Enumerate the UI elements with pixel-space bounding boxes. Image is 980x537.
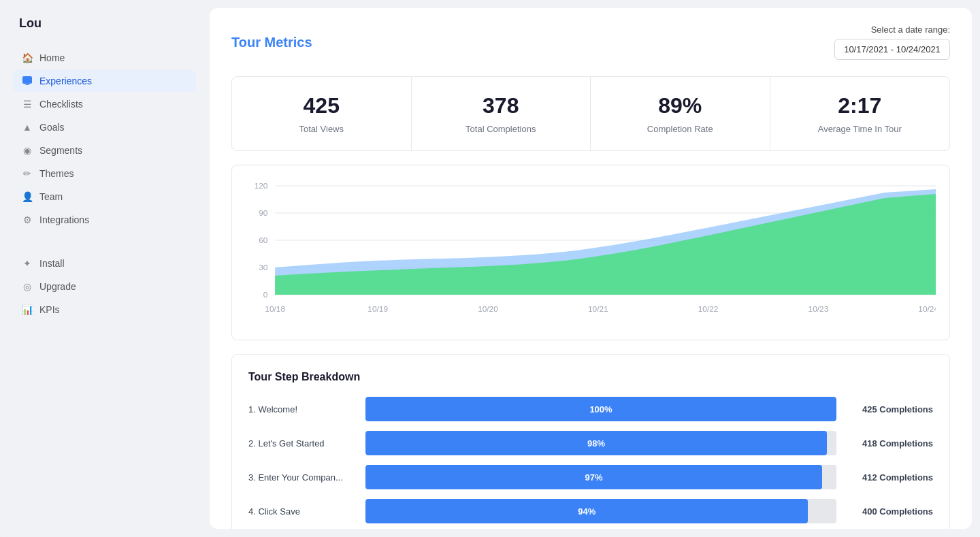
sidebar: Lou 🏠 Home Experiences ☰ Checklists ▲ Go… [0, 0, 210, 537]
step-completions: 425 Completions [845, 404, 933, 414]
step-bar: 97% [365, 465, 822, 489]
step-row-2: 2. Let's Get Started 98% 418 Completions [248, 431, 933, 455]
chart-svg: 120 90 60 30 0 10/18 10/19 10/20 10/21 1… [246, 179, 936, 329]
svg-text:0: 0 [263, 291, 268, 299]
step-completions: 412 Completions [845, 472, 933, 483]
metric-value: 89% [604, 93, 756, 118]
svg-text:10/19: 10/19 [368, 305, 388, 313]
step-label: 3. Enter Your Compan... [248, 472, 357, 483]
step-label: 2. Let's Get Started [248, 438, 357, 449]
checklists-icon: ☰ [22, 99, 33, 110]
chart-area: 120 90 60 30 0 10/18 10/19 10/20 10/21 1… [246, 179, 936, 329]
sidebar-item-label: Upgrade [39, 281, 76, 292]
date-range-section: Select a date range: 10/17/2021 - 10/24/… [834, 25, 950, 60]
svg-rect-0 [22, 76, 32, 84]
sidebar-item-label: Install [39, 258, 65, 269]
sidebar-item-experiences[interactable]: Experiences [14, 70, 196, 92]
breakdown-section: Tour Step Breakdown 1. Welcome! 100% 425… [231, 354, 950, 529]
sidebar-item-install[interactable]: ✦ Install [14, 253, 196, 274]
sidebar-item-segments[interactable]: ◉ Segments [14, 140, 196, 161]
chart-container: 120 90 60 30 0 10/18 10/19 10/20 10/21 1… [231, 165, 950, 340]
sidebar-item-label: Segments [39, 145, 82, 156]
sidebar-item-team[interactable]: 👤 Team [14, 186, 196, 208]
svg-text:10/21: 10/21 [588, 305, 608, 313]
team-icon: 👤 [22, 191, 33, 202]
step-bar: 98% [365, 431, 827, 455]
sidebar-item-label: Home [39, 52, 65, 63]
step-completions: 400 Completions [845, 506, 933, 517]
sidebar-item-kpis[interactable]: 📊 KPIs [14, 299, 196, 321]
segments-icon: ◉ [22, 145, 33, 156]
metric-value: 378 [425, 93, 577, 118]
metric-label: Total Completions [425, 124, 577, 134]
sidebar-item-label: Checklists [39, 99, 83, 110]
step-completions: 418 Completions [845, 438, 933, 449]
step-bar: 100% [365, 397, 836, 421]
sidebar-item-home[interactable]: 🏠 Home [14, 47, 196, 69]
metric-total-completions: 378 Total Completions [412, 77, 591, 150]
breakdown-title: Tour Step Breakdown [248, 371, 933, 383]
page-title: Tour Metrics [231, 35, 312, 50]
kpis-icon: 📊 [22, 304, 33, 315]
sidebar-item-goals[interactable]: ▲ Goals [14, 116, 196, 138]
sidebar-item-label: Experiences [39, 76, 92, 86]
sidebar-item-label: Team [39, 191, 63, 202]
metric-label: Total Views [246, 124, 397, 134]
svg-text:10/18: 10/18 [265, 305, 285, 313]
svg-text:60: 60 [259, 236, 267, 244]
app-logo: Lou [14, 16, 196, 31]
svg-text:10/23: 10/23 [808, 305, 829, 313]
step-row-3: 3. Enter Your Compan... 97% 412 Completi… [248, 465, 933, 489]
metric-avg-time: 2:17 Average Time In Tour [770, 77, 950, 150]
metrics-row: 425 Total Views 378 Total Completions 89… [231, 76, 950, 151]
step-row-1: 1. Welcome! 100% 425 Completions [248, 397, 933, 421]
sidebar-item-label: Integrations [39, 214, 89, 225]
svg-text:120: 120 [255, 182, 268, 190]
goals-icon: ▲ [22, 122, 33, 133]
themes-icon: ✏ [22, 168, 33, 179]
step-label: 4. Click Save [248, 506, 357, 517]
sidebar-item-themes[interactable]: ✏ Themes [14, 163, 196, 184]
sidebar-nav: 🏠 Home Experiences ☰ Checklists ▲ Goals … [14, 47, 196, 321]
step-bar-container: 98% [365, 431, 836, 455]
metric-completion-rate: 89% Completion Rate [591, 77, 770, 150]
upgrade-icon: ◎ [22, 281, 33, 292]
integrations-icon: ⚙ [22, 214, 33, 225]
install-icon: ✦ [22, 258, 33, 269]
home-icon: 🏠 [22, 52, 33, 63]
step-row-4: 4. Click Save 94% 400 Completions [248, 499, 933, 523]
metric-value: 2:17 [784, 93, 936, 118]
page-header: Tour Metrics Select a date range: 10/17/… [231, 25, 950, 60]
svg-text:10/22: 10/22 [698, 305, 719, 313]
sidebar-item-upgrade[interactable]: ◎ Upgrade [14, 276, 196, 297]
svg-text:10/20: 10/20 [478, 305, 498, 313]
sidebar-item-label: Goals [39, 122, 65, 133]
date-range-input[interactable]: 10/17/2021 - 10/24/2021 [834, 39, 950, 60]
metric-label: Completion Rate [604, 124, 756, 134]
step-bar: 94% [365, 499, 808, 523]
step-bar-container: 94% [365, 499, 836, 523]
sidebar-item-label: Themes [39, 168, 74, 179]
step-bar-container: 100% [365, 397, 836, 421]
metric-label: Average Time In Tour [784, 124, 936, 134]
metric-value: 425 [246, 93, 397, 118]
step-bar-container: 97% [365, 465, 836, 489]
date-range-label: Select a date range: [871, 25, 950, 35]
sidebar-item-integrations[interactable]: ⚙ Integrations [14, 209, 196, 231]
sidebar-item-label: KPIs [39, 304, 60, 315]
experiences-icon [22, 76, 33, 86]
main-content: Tour Metrics Select a date range: 10/17/… [210, 8, 972, 529]
svg-text:30: 30 [259, 263, 267, 272]
svg-text:90: 90 [259, 209, 267, 217]
metric-total-views: 425 Total Views [232, 77, 412, 150]
step-label: 1. Welcome! [248, 404, 357, 414]
sidebar-item-checklists[interactable]: ☰ Checklists [14, 93, 196, 115]
svg-text:10/24: 10/24 [918, 305, 936, 313]
